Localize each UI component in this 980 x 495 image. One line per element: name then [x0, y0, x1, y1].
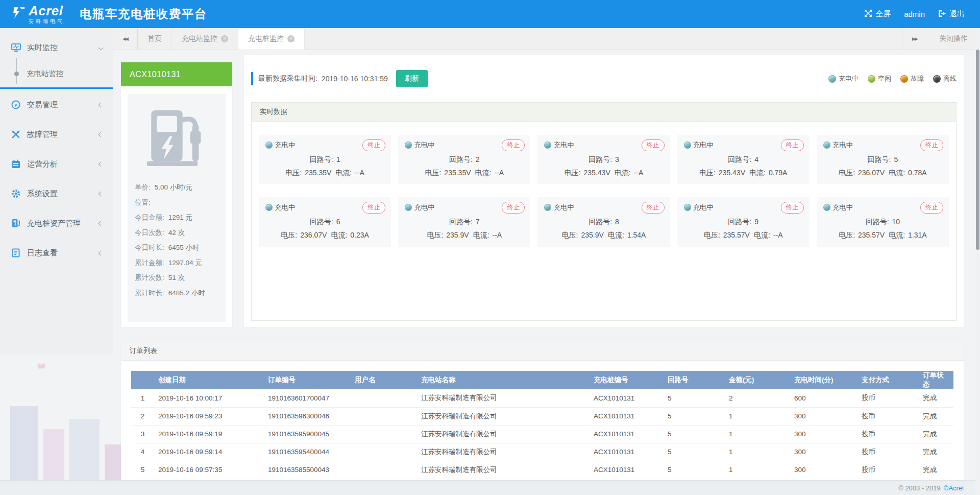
column-index — [131, 371, 154, 389]
channel-status-label: 充电中 — [832, 203, 853, 212]
cell-pay-method: 投币 — [857, 443, 919, 461]
circuit-label: 回路号: — [728, 155, 751, 163]
sidebar-item-pile-asset-management[interactable]: 充电桩资产管理 — [0, 208, 113, 238]
fullscreen-button[interactable]: 全屏 — [860, 9, 895, 19]
circuit-label: 回路号: — [589, 155, 612, 163]
channel-status-label: 充电中 — [275, 140, 296, 150]
circuit-label: 回路号: — [589, 218, 612, 226]
user-menu[interactable]: admin — [900, 10, 929, 18]
terminate-button[interactable]: 终止 — [781, 202, 804, 214]
terminate-button[interactable]: 终止 — [362, 139, 385, 151]
terminate-button[interactable]: 终止 — [920, 139, 943, 151]
current-label: 电流: — [889, 231, 905, 239]
log-icon — [10, 248, 21, 257]
tab-pile-monitor[interactable]: 充电桩监控 × — [238, 28, 305, 50]
current-label: 电流: — [754, 231, 770, 239]
legend-idle: 空闲 — [868, 74, 891, 83]
cell-amount: 2 — [725, 389, 790, 407]
logout-label: 退出 — [949, 9, 965, 19]
logo-text: Acrel — [29, 4, 64, 17]
circuit-value: 3 — [615, 155, 619, 163]
channel-cards: 充电中 终止 回路号:1 电压:235.35V电流:--A 充电中 终止 回路号… — [252, 122, 956, 247]
circuit-label: 回路号: — [866, 218, 889, 226]
stat-value: 6485.2 小时 — [168, 286, 205, 301]
current-value: --A — [494, 169, 504, 177]
column-pile-no: 充电桩编号 — [590, 371, 664, 389]
realtime-data-title: 实时数据 — [252, 103, 956, 122]
tabs-scroll-left-button[interactable]: ◀◀ — [113, 28, 138, 50]
cell-pay-method: 投币 — [857, 407, 919, 425]
channel-card: 充电中 终止 回路号:6 电压:236.07V电流:0.23A — [259, 197, 391, 247]
tabbar-spacer — [305, 28, 902, 50]
tab-home[interactable]: 首页 — [138, 28, 172, 50]
building-shape — [10, 406, 38, 480]
terminate-button[interactable]: 终止 — [920, 202, 943, 214]
sidebar-item-label: 交易管理 — [27, 100, 99, 110]
footer-brand-link[interactable]: ©Acrel — [944, 484, 964, 492]
terminate-button[interactable]: 终止 — [502, 139, 525, 151]
logout-button[interactable]: 退出 — [934, 9, 969, 19]
scrollbar-thumb[interactable] — [976, 50, 979, 250]
column-create-date: 创建日期 — [154, 371, 264, 389]
current-value: 1.31A — [908, 231, 927, 239]
voltage-value: 236.07V — [300, 231, 327, 239]
tabs-scroll-right-button[interactable]: ▶▶ — [902, 28, 927, 50]
sidebar-item-realtime-monitor[interactable]: 实时监控 — [0, 34, 113, 61]
cell-pile-no: ACX1010131 — [590, 443, 664, 461]
chevron-left-icon — [99, 132, 104, 137]
sidebar-item-operation-analysis[interactable]: 运营分析 — [0, 149, 113, 179]
refresh-button[interactable]: 刷新 — [396, 70, 428, 87]
terminate-button[interactable]: 终止 — [781, 139, 804, 151]
transaction-icon: ¥ — [10, 100, 21, 109]
sidebar-item-log-view[interactable]: 日志查看 — [0, 238, 113, 268]
cell-charge-minutes: 300 — [790, 443, 857, 461]
channel-status-label: 充电中 — [553, 140, 574, 150]
cell-station-name: 江苏安科瑞制造有限公司 — [417, 461, 590, 479]
cell-amount: 1 — [725, 443, 790, 461]
sidebar-item-transaction-management[interactable]: ¥ 交易管理 — [0, 90, 113, 120]
offline-status-icon — [933, 75, 941, 83]
vertical-scrollbar[interactable] — [975, 28, 980, 495]
charging-status-icon — [405, 204, 412, 211]
station-info-body: 单价:5.00 小时/元 位置: 今日金额:1291 元 今日次数:42 次 今… — [128, 94, 226, 322]
current-label: 电流: — [335, 169, 352, 177]
charging-status-icon — [405, 142, 412, 149]
fullscreen-label: 全屏 — [875, 9, 891, 19]
sidebar-item-fault-management[interactable]: 故障管理 — [0, 120, 113, 149]
stat-total-amount: 累计金额:1297.04 元 — [135, 255, 218, 271]
terminate-button[interactable]: 终止 — [642, 202, 665, 214]
sidebar-item-system-settings[interactable]: 系统设置 — [0, 179, 113, 208]
voltage-value: 235.9V — [446, 231, 469, 239]
column-circuit-no: 回路号 — [664, 371, 725, 389]
close-operations-menu[interactable]: 关闭操作 — [927, 28, 980, 50]
cell-pile-no: ACX1010131 — [590, 461, 664, 479]
brand-logo: Acrel 安科瑞电气 — [13, 4, 64, 24]
cell-station-name: 江苏安科瑞制造有限公司 — [417, 425, 590, 443]
table-row[interactable]: 3 2019-10-16 09:59:19 1910163595900045 江… — [131, 425, 953, 443]
voltage-value: 235.35V — [444, 169, 471, 177]
tab-close-icon[interactable]: × — [287, 35, 295, 42]
table-row[interactable]: 4 2019-10-16 09:59:14 1910163595400044 江… — [131, 443, 953, 461]
sidebar-subitem-charging-station-monitor[interactable]: 充电站监控 — [0, 61, 113, 86]
cell-order-no: 1910163601700047 — [264, 389, 351, 407]
cell-charge-minutes: 300 — [790, 461, 857, 479]
stat-label: 累计时长: — [135, 286, 164, 301]
table-row[interactable]: 1 2019-10-16 10:00:17 1910163601700047 江… — [131, 389, 953, 407]
logo-subtext: 安科瑞电气 — [29, 19, 64, 24]
terminate-button[interactable]: 终止 — [502, 202, 525, 214]
terminate-button[interactable]: 终止 — [642, 139, 665, 151]
tab-station-monitor[interactable]: 充电站监控 × — [172, 28, 238, 50]
accent-bar — [251, 72, 253, 85]
table-row[interactable]: 5 2019-10-16 09:57:35 1910163585500043 江… — [131, 461, 953, 479]
orders-title: 订单列表 — [121, 341, 964, 361]
charging-status-icon — [544, 142, 551, 149]
copyright-text: © 2003 - 2019 — [898, 484, 941, 492]
circuit-label: 回路号: — [310, 218, 333, 226]
charging-status-icon — [265, 142, 273, 149]
legend-label: 离线 — [943, 74, 957, 83]
stat-location: 位置: — [135, 195, 218, 210]
table-row[interactable]: 2 2019-10-16 09:59:23 1910163596300046 江… — [131, 407, 953, 425]
stat-today-count: 今日次数:42 次 — [135, 225, 218, 241]
tab-close-icon[interactable]: × — [221, 35, 228, 42]
terminate-button[interactable]: 终止 — [362, 202, 385, 214]
